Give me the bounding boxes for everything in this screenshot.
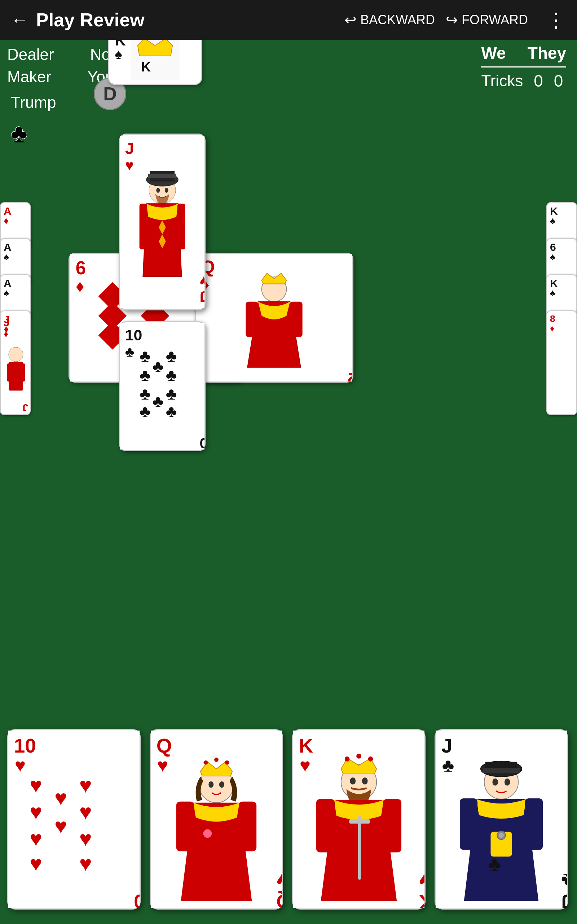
svg-rect-120 bbox=[460, 798, 477, 850]
svg-text:Q: Q bbox=[276, 891, 282, 908]
svg-text:♥: ♥ bbox=[29, 774, 42, 797]
svg-text:♥: ♥ bbox=[419, 871, 424, 890]
svg-text:6: 6 bbox=[76, 258, 86, 278]
svg-rect-89 bbox=[239, 802, 256, 851]
svg-text:K: K bbox=[141, 60, 151, 74]
svg-text:♥: ♥ bbox=[29, 827, 42, 851]
trump-label: Trump bbox=[11, 91, 56, 114]
backward-button[interactable]: ↩ BACKWARD bbox=[344, 11, 435, 28]
top-bar: ← Play Review ↩ BACKWARD ↪ FORWARD ⋮ bbox=[0, 0, 577, 40]
hand-card-2[interactable]: Q ♥ Q ♥ bbox=[150, 729, 283, 909]
svg-point-81 bbox=[204, 761, 208, 765]
svg-text:10: 10 bbox=[134, 891, 140, 908]
south-card-svg: 10 ♣ ♣ ♣ ♣ ♣ ♣ ♣ ♣ ♣ ♣ ♣ 10 bbox=[120, 322, 205, 450]
svg-text:♥: ♥ bbox=[276, 871, 282, 890]
north-card-svg: J ♥ ♥ J ♥ bbox=[120, 135, 205, 309]
svg-text:♣: ♣ bbox=[125, 344, 134, 360]
svg-text:♥: ♥ bbox=[79, 800, 92, 824]
svg-text:Q: Q bbox=[156, 735, 172, 757]
svg-text:♣: ♣ bbox=[166, 402, 177, 421]
svg-rect-102 bbox=[358, 816, 361, 880]
svg-rect-38 bbox=[148, 174, 176, 178]
svg-point-119 bbox=[499, 833, 504, 838]
svg-text:♣: ♣ bbox=[153, 393, 164, 411]
svg-text:♥: ♥ bbox=[157, 755, 168, 775]
south-center-card[interactable]: 10 ♣ ♣ ♣ ♣ ♣ ♣ ♣ ♣ ♣ ♣ ♣ 10 bbox=[119, 321, 206, 451]
dealer-label: Dealer bbox=[7, 43, 54, 66]
svg-rect-88 bbox=[176, 802, 194, 851]
hand-card-4[interactable]: J ♣ ♣ J ♣ bbox=[435, 729, 568, 909]
svg-point-86 bbox=[203, 829, 212, 838]
tricks-label: Tricks bbox=[481, 72, 523, 90]
svg-point-9 bbox=[9, 347, 23, 362]
svg-point-39 bbox=[156, 188, 160, 193]
svg-text:J: J bbox=[442, 735, 453, 757]
nav-buttons: ↩ BACKWARD ↪ FORWARD ⋮ bbox=[344, 8, 566, 32]
svg-rect-12 bbox=[19, 363, 25, 381]
hand-card-1-svg: 10 ♥ ♥ ♥ ♥ ♥ ♥ ♥ ♥ ♥ ♥ ♥ 10 bbox=[8, 730, 140, 908]
svg-point-85 bbox=[219, 782, 224, 788]
hand-card-1[interactable]: 10 ♥ ♥ ♥ ♥ ♥ ♥ ♥ ♥ ♥ ♥ ♥ 10 bbox=[7, 729, 141, 909]
svg-rect-42 bbox=[177, 204, 185, 249]
svg-point-115 bbox=[492, 779, 498, 786]
svg-text:♣: ♣ bbox=[153, 357, 164, 376]
svg-text:10: 10 bbox=[125, 326, 142, 344]
menu-button[interactable]: ⋮ bbox=[546, 8, 566, 32]
svg-text:♥: ♥ bbox=[55, 786, 67, 810]
forward-arrow-icon: ↪ bbox=[446, 11, 458, 28]
svg-text:J: J bbox=[23, 402, 28, 413]
svg-point-82 bbox=[214, 758, 219, 762]
svg-text:♥: ♥ bbox=[29, 852, 42, 876]
svg-point-101 bbox=[362, 777, 368, 785]
svg-text:10: 10 bbox=[14, 735, 36, 757]
svg-rect-29 bbox=[246, 302, 258, 337]
svg-text:♣: ♣ bbox=[140, 402, 151, 421]
svg-text:K: K bbox=[299, 735, 313, 757]
svg-text:J: J bbox=[200, 288, 205, 305]
svg-text:♣: ♣ bbox=[140, 347, 151, 365]
trump-suit-icon: ♣ bbox=[11, 115, 27, 151]
svg-point-100 bbox=[350, 777, 356, 785]
svg-text:♣: ♣ bbox=[166, 384, 177, 403]
svg-text:♥: ♥ bbox=[79, 827, 92, 851]
east-card-svg: Q ♦ Q bbox=[196, 254, 352, 381]
svg-point-83 bbox=[225, 761, 229, 765]
svg-text:♣: ♣ bbox=[140, 384, 151, 403]
score-header: We They bbox=[481, 43, 566, 68]
svg-rect-103 bbox=[349, 819, 370, 824]
right-side-cards: K ♠ 6 ♠ K ♠ 8 ♦ bbox=[541, 202, 577, 426]
score-panel: We They Tricks 0 0 bbox=[481, 43, 566, 90]
svg-text:♣: ♣ bbox=[561, 871, 567, 890]
hand-card-2-svg: Q ♥ Q ♥ bbox=[151, 730, 282, 908]
score-row: Tricks 0 0 bbox=[481, 71, 566, 90]
svg-text:♥: ♥ bbox=[200, 274, 205, 289]
svg-text:♥: ♥ bbox=[79, 852, 92, 876]
svg-text:♣: ♣ bbox=[140, 366, 151, 384]
east-center-card[interactable]: Q ♦ Q bbox=[195, 253, 353, 383]
svg-rect-121 bbox=[525, 798, 543, 850]
svg-text:♥: ♥ bbox=[79, 774, 92, 797]
svg-point-99 bbox=[368, 756, 373, 762]
right-card-4[interactable]: 8 ♦ bbox=[546, 310, 577, 415]
svg-text:J: J bbox=[125, 139, 134, 158]
they-label: They bbox=[528, 43, 566, 63]
hand-card-3[interactable]: K ♥ K ♥ bbox=[292, 729, 425, 909]
north-center-card[interactable]: J ♥ ♥ J ♥ bbox=[119, 134, 206, 310]
svg-text:♠: ♠ bbox=[115, 46, 122, 62]
svg-rect-30 bbox=[290, 302, 302, 337]
hand-card-3-svg: K ♥ K ♥ bbox=[293, 730, 424, 908]
left-side-cards: A ♦ A ♠ A ♠ J ♦ J ♦ J bbox=[0, 202, 36, 426]
svg-text:♥: ♥ bbox=[29, 800, 42, 824]
forward-button[interactable]: ↪ FORWARD bbox=[446, 11, 528, 28]
left-card-4[interactable]: J ♦ J ♦ J bbox=[0, 310, 31, 415]
svg-text:♣: ♣ bbox=[442, 755, 455, 775]
svg-text:♦: ♦ bbox=[76, 276, 84, 296]
svg-text:Q: Q bbox=[347, 373, 352, 381]
svg-rect-62 bbox=[8, 730, 140, 908]
svg-text:♥: ♥ bbox=[125, 157, 134, 174]
we-score: 0 bbox=[534, 71, 543, 90]
svg-point-98 bbox=[356, 754, 361, 759]
svg-text:♥: ♥ bbox=[15, 755, 26, 775]
back-button[interactable]: ← bbox=[11, 10, 29, 30]
svg-rect-114 bbox=[482, 768, 520, 773]
